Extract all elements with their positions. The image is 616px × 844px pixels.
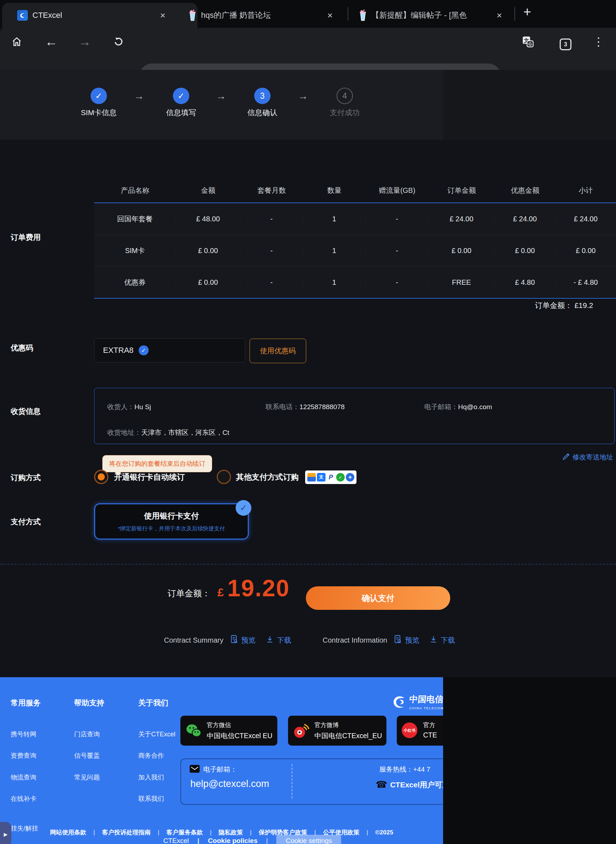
step-3-label: 信息确认 — [247, 108, 277, 118]
site-footer: 常用服务 帮助支持 关于我们 携号转网 资费查询 物流查询 在线补卡 挂失/解挂… — [0, 677, 443, 844]
side-drawer-handle[interactable]: ▶ — [0, 822, 12, 844]
footer-link[interactable]: 商务合作 — [138, 751, 164, 760]
reload-icon[interactable] — [111, 35, 125, 48]
tab-divider — [515, 7, 515, 21]
cell: 1 — [303, 215, 366, 223]
close-icon[interactable]: × — [497, 11, 502, 20]
confirm-pay-button[interactable]: 确认支付 — [306, 586, 450, 610]
col-header: 套餐月数 — [240, 186, 303, 195]
footer-link[interactable]: 关于CTExcel — [138, 730, 175, 738]
field-value: Hu Sj — [134, 403, 151, 410]
legal-link[interactable]: 客户服务条款 — [150, 828, 202, 837]
tab-switcher-button[interactable]: 3 — [560, 38, 571, 50]
cell: 1 — [303, 247, 366, 255]
cookie-bar: CTExcel Cookie policies Cookie settings — [163, 837, 341, 844]
radio-auto-renew[interactable] — [94, 470, 109, 484]
weibo-card[interactable]: 官方微博 中国电信CTExcel_EU — [288, 716, 386, 746]
footer-link[interactable]: 携号转网 — [11, 730, 37, 738]
xiaohongshu-card[interactable]: 小红书 官方 CTE — [397, 716, 443, 746]
cell: £ 4.80 — [495, 278, 555, 287]
footer-col-title: 常用服务 — [11, 698, 41, 708]
contact-box: 电子邮箱： help@ctexcel.com 服务热线：+44 7 ☎ CTEx… — [180, 759, 443, 805]
col-header: 金额 — [176, 186, 240, 195]
wechat-card[interactable]: 官方微信 中国电信CTExcel EU — [180, 716, 277, 746]
close-icon[interactable]: × — [327, 11, 333, 20]
legal-link[interactable]: 隐私政策 — [203, 828, 243, 837]
footer-link[interactable]: 加入我们 — [138, 773, 164, 782]
coupon-input[interactable]: EXTRA8 ✓ — [94, 338, 245, 362]
footer-link[interactable]: 联系我们 — [138, 794, 164, 803]
cell: £ 0.00 — [495, 247, 555, 255]
tab-ctexcel[interactable]: CTExcel × — [2, 3, 198, 28]
new-tab-button[interactable]: + — [523, 4, 531, 20]
page-background — [443, 677, 616, 844]
footer-link[interactable]: 资费查询 — [11, 751, 37, 760]
tab-title: 【新提醒】编辑帖子 - [黑色 — [371, 10, 489, 21]
phone-field: 联系电话：122587888078 — [265, 402, 345, 412]
email-value[interactable]: help@ctexcel.com — [191, 778, 269, 790]
coupon-code-value: EXTRA8 — [103, 346, 134, 355]
bank-card-pay-option[interactable]: 使用银行卡支付 *绑定新银行卡，并用于本次及后续快捷支付 ✓ — [94, 503, 249, 540]
footer-link[interactable]: 在线补卡 — [11, 794, 37, 803]
payable-total: 订单金额： £ 19.20 — [167, 574, 290, 602]
legal-link[interactable]: 网站使用条款 — [50, 828, 86, 837]
email-field: 电子邮箱：Hq@o.com — [424, 402, 492, 412]
tab-divider — [348, 7, 348, 21]
email-label: 电子邮箱： — [203, 765, 237, 774]
contract-name: Contract Summary — [164, 636, 223, 645]
cell: £ 0.00 — [176, 278, 240, 287]
radio-auto-renew-label[interactable]: 开通银行卡自动续订 — [114, 472, 185, 483]
footer-link[interactable]: 常见问题 — [74, 773, 100, 782]
apply-coupon-button[interactable]: 使用优惠码 — [249, 338, 306, 363]
cell: - — [240, 278, 303, 287]
logo-en-text: CHINA TELECOM — [409, 706, 443, 710]
overflow-menu-icon[interactable]: ⋮ — [592, 35, 605, 48]
legal-link[interactable]: 客户投诉处理指南 — [86, 828, 150, 837]
cell: £ 0.00 — [176, 247, 240, 255]
envelope-icon — [190, 765, 199, 774]
contract-information-row: Contract Information 预览 下载 — [323, 635, 455, 645]
cell: 优惠券 — [94, 278, 176, 287]
currency-symbol: £ — [217, 586, 224, 599]
tab-hqs[interactable]: hqs的广播 奶昔论坛 × — [188, 3, 346, 28]
field-value: 天津市，市辖区，河东区，Ct — [141, 429, 229, 436]
footer-link[interactable]: 信号覆盖 — [74, 751, 100, 760]
radio-other-payment-label[interactable]: 其他支付方式订购 — [236, 472, 299, 483]
social-line1: 官方微博 — [314, 721, 339, 729]
preview-doc-icon — [231, 635, 238, 645]
xiaohongshu-label: 小红书 — [402, 722, 417, 738]
edit-address-link[interactable]: 修改寄送地址 — [563, 453, 613, 462]
footer-col-title: 关于我们 — [138, 698, 168, 708]
cookie-settings-button[interactable]: Cookie settings — [258, 837, 342, 844]
cell: - — [366, 278, 428, 287]
col-header: 小计 — [555, 186, 616, 195]
col-header: 订单金额 — [428, 186, 495, 195]
footer-link[interactable]: 物流查询 — [11, 773, 37, 782]
back-icon[interactable]: ← — [45, 35, 58, 48]
screen: CTExcel × hqs的广播 奶昔论坛 × 【新提醒】编辑帖子 - [黑色 … — [0, 0, 616, 844]
cell: FREE — [428, 278, 495, 287]
download-link[interactable]: 下载 — [277, 636, 291, 645]
order-subtotal-value: £19.2 — [574, 301, 593, 309]
step-3-circle: 3 — [254, 88, 271, 104]
translate-icon[interactable]: 文G — [521, 35, 535, 48]
social-line2: 中国电信CTExcel_EU — [314, 731, 382, 741]
radio-other-payment[interactable] — [217, 470, 231, 484]
forward-icon[interactable]: → — [78, 35, 92, 48]
chevron-right-icon: ▶ — [4, 832, 8, 837]
milkshake-favicon — [188, 10, 198, 21]
download-link[interactable]: 下载 — [441, 636, 455, 645]
preview-link[interactable]: 预览 — [405, 636, 419, 645]
close-icon[interactable]: × — [160, 11, 166, 20]
payable-amount: 19.20 — [227, 574, 290, 602]
paypal-icon: P — [327, 473, 335, 482]
preview-link[interactable]: 预览 — [241, 636, 255, 645]
cookie-policies-link[interactable]: Cookie policies — [189, 837, 258, 844]
bank-card-pay-subtitle: *绑定新银行卡，并用于本次及后续快捷支付 — [95, 525, 248, 532]
footer-col-title: 帮助支持 — [74, 698, 104, 708]
tab-forum-post[interactable]: 【新提醒】编辑帖子 - [黑色 × — [353, 3, 514, 28]
home-icon[interactable] — [10, 35, 23, 48]
footer-link[interactable]: 门店查询 — [74, 730, 100, 738]
cell: £ 0.00 — [555, 247, 616, 255]
section-label-purchase-mode: 订购方式 — [11, 473, 41, 483]
